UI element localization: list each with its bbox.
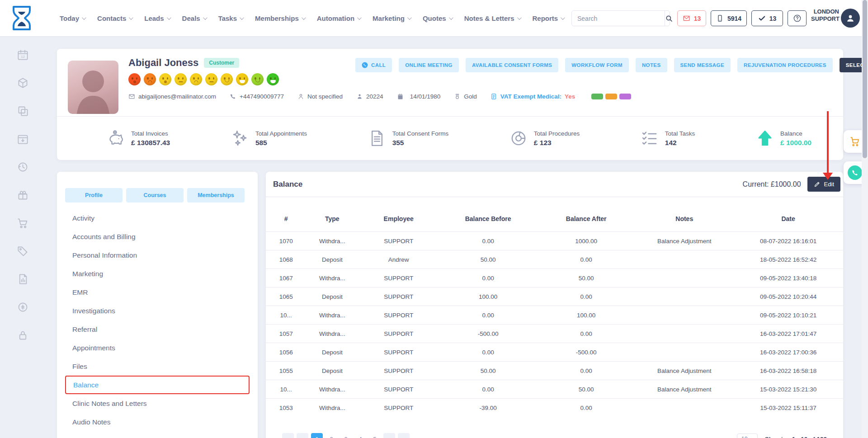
scrollbar-thumb[interactable] [863, 0, 867, 158]
mood-emoji-icon[interactable] [159, 73, 171, 85]
inbox-mail-button[interactable]: 13 [677, 10, 706, 26]
column-header[interactable]: Balance After [537, 209, 635, 232]
cell-date: 16-03-2022 17:01:47 [733, 325, 843, 343]
cell-notes [635, 343, 733, 362]
tasks-button[interactable]: 13 [751, 10, 783, 26]
rejuvenation-procedures-button[interactable]: REJUVENATION PROCEDURES [737, 58, 833, 72]
first-page-button[interactable]: « [282, 433, 294, 438]
nav-item[interactable]: Quotes [423, 14, 452, 22]
nav-item[interactable]: Automation [317, 14, 360, 22]
page-number-button[interactable]: 1 [311, 433, 323, 438]
balance-table-row[interactable]: 10... Withdra... SUPPORT 0.00 50.00 Bala… [266, 380, 843, 399]
balance-table-row[interactable]: 1067 Withdra... SUPPORT 0.00 50.00 09-05… [266, 269, 843, 287]
report-icon[interactable] [17, 273, 29, 285]
package-icon[interactable] [17, 77, 29, 89]
profile-tab[interactable]: Memberships [187, 188, 245, 203]
color-label-chip[interactable] [605, 94, 617, 99]
page-number-button[interactable]: 2 [326, 433, 337, 438]
search-input[interactable] [572, 11, 665, 26]
client-email[interactable]: abigailjones@mailinator.com [128, 93, 216, 100]
nav-item[interactable]: Reports [533, 14, 564, 22]
last-page-button[interactable]: » [398, 433, 410, 438]
edit-balance-button[interactable]: Edit [807, 177, 840, 192]
send-message-button[interactable]: SEND MESSAGE [674, 58, 731, 72]
lock-icon[interactable] [17, 329, 29, 341]
nav-item[interactable]: Memberships [255, 14, 305, 22]
column-header[interactable]: Date [733, 209, 843, 232]
coin-icon[interactable] [17, 301, 29, 313]
balance-table-row[interactable]: 10... Withdra... SUPPORT 0.00 100.00 09-… [266, 306, 843, 325]
section-menu-item[interactable]: Appointments [57, 339, 258, 357]
gift-icon[interactable] [17, 189, 29, 201]
help-button[interactable] [788, 10, 807, 26]
section-menu-item[interactable]: Balance [65, 376, 250, 394]
column-header[interactable]: Balance Before [439, 209, 537, 232]
page-scrollbar[interactable] [862, 0, 868, 438]
mood-emoji-icon[interactable] [221, 73, 233, 85]
balance-table-row[interactable]: 1053 Withdra... SUPPORT -39.00 0.00 15-0… [266, 399, 843, 417]
available-consent-forms-button[interactable]: AVAILABLE CONSENT FORMS [466, 58, 558, 72]
column-header[interactable]: Type [306, 209, 358, 232]
page-size-select[interactable]: 10 [737, 433, 758, 438]
column-header[interactable]: Employee [358, 209, 439, 232]
prev-page-button[interactable]: ‹ [297, 433, 308, 438]
nav-item[interactable]: Leads [144, 14, 170, 22]
search-icon[interactable] [665, 11, 673, 26]
column-header[interactable]: Notes [635, 209, 733, 232]
mood-emoji-icon[interactable] [236, 73, 248, 85]
mood-emoji-icon[interactable] [175, 73, 187, 85]
balance-table-row[interactable]: 1055 Deposit SUPPORT 50.00 0.00 Balance … [266, 362, 843, 380]
profile-tab[interactable]: Courses [126, 188, 184, 203]
user-avatar-icon[interactable] [841, 9, 860, 28]
page-number-button[interactable]: 5 [369, 433, 381, 438]
page-number-button[interactable]: 3 [340, 433, 352, 438]
section-menu-item[interactable]: Accounts and Billing [57, 227, 258, 246]
calendar-sync-icon[interactable] [17, 133, 29, 145]
call-button[interactable]: CALL [355, 58, 392, 72]
mood-emoji-icon[interactable] [144, 73, 156, 85]
section-menu-item[interactable]: Files [57, 357, 258, 376]
client-phone[interactable]: +447490009777 [230, 93, 284, 100]
color-label-chip[interactable] [591, 94, 603, 99]
cart-icon[interactable] [17, 217, 29, 229]
copy-icon[interactable] [17, 105, 29, 117]
app-logo-hourglass-icon[interactable] [11, 5, 33, 31]
section-menu-item[interactable]: Personal Information [57, 246, 258, 264]
nav-item[interactable]: Deals [182, 14, 206, 22]
price-tag-icon[interactable] [17, 245, 29, 257]
profile-tab[interactable]: Profile [65, 188, 123, 203]
mood-emoji-icon[interactable] [251, 73, 264, 85]
section-menu-item[interactable]: Referral [57, 320, 258, 339]
balance-table-row[interactable]: 1070 Withdra... SUPPORT 0.00 1000.00 Bal… [266, 232, 843, 250]
mood-emoji-icon[interactable] [267, 73, 279, 85]
nav-item[interactable]: Today [60, 14, 85, 22]
workflow-form-button[interactable]: WORKFLOW FORM [565, 58, 629, 72]
mood-emoji-icon[interactable] [128, 73, 141, 85]
nav-item[interactable]: Tasks [218, 14, 243, 22]
mood-emoji-icon[interactable] [190, 73, 202, 85]
balance-table-row[interactable]: 1056 Deposit SUPPORT 0.00 -500.00 16-03-… [266, 343, 843, 362]
online-meeting-button[interactable]: ONLINE MEETING [399, 58, 459, 72]
balance-table-row[interactable]: 1065 Deposit SUPPORT 100.00 0.00 09-05-2… [266, 287, 843, 306]
balance-table-row[interactable]: 1057 Withdra... SUPPORT -500.00 0.00 16-… [266, 325, 843, 343]
section-menu-item[interactable]: Audio Notes [57, 413, 258, 431]
mood-emoji-icon[interactable] [205, 73, 217, 85]
history-icon[interactable] [17, 161, 29, 173]
notes-button[interactable]: NOTES [636, 58, 667, 72]
column-header[interactable]: # [266, 209, 306, 232]
page-number-button[interactable]: 4 [354, 433, 366, 438]
section-menu-item[interactable]: Investigations [57, 301, 258, 320]
section-menu-item[interactable]: EMR [57, 283, 258, 301]
next-page-button[interactable]: › [383, 433, 395, 438]
color-label-chip[interactable] [619, 94, 631, 99]
calendar-icon[interactable]: 12 [17, 49, 29, 61]
nav-item[interactable]: Marketing [373, 14, 410, 22]
nav-item[interactable]: Contacts [97, 14, 132, 22]
balance-table-row[interactable]: 1068 Deposit Andrew 50.00 0.00 18-05-202… [266, 250, 843, 269]
section-menu-item[interactable]: Clinic Notes and Letters [57, 394, 258, 413]
nav-item[interactable]: Notes & Letters [464, 14, 520, 22]
section-menu-item[interactable]: Marketing [57, 264, 258, 283]
section-menu-item[interactable]: Drinks [57, 431, 258, 438]
section-menu-item[interactable]: Activity [57, 209, 258, 227]
calls-button[interactable]: 5914 [711, 10, 747, 26]
